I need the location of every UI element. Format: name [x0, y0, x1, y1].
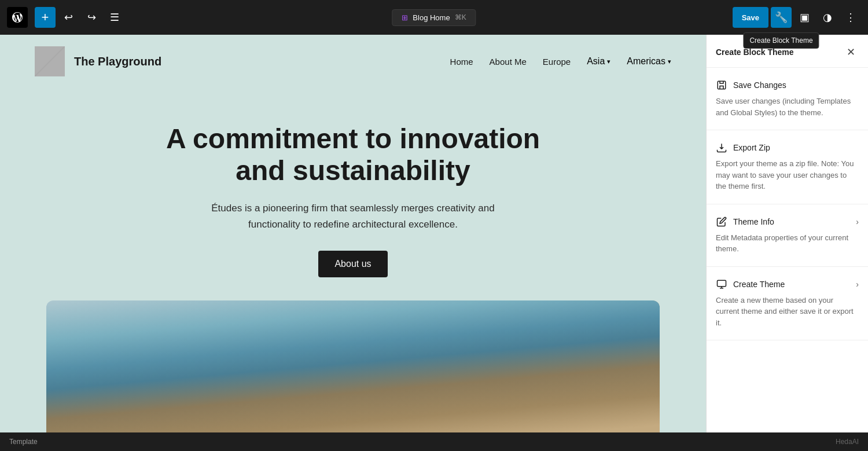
- undo-button[interactable]: ↩: [58, 7, 79, 28]
- wrench-button[interactable]: 🔧: [771, 7, 792, 28]
- create-theme-button[interactable]: Create Theme ›: [716, 278, 859, 290]
- wrench-tooltip-container: 🔧 Create Block Theme: [771, 7, 792, 28]
- export-zip-section: Export Zip Export your theme as a zip fi…: [707, 130, 868, 204]
- svg-rect-0: [718, 81, 726, 89]
- nav-home[interactable]: Home: [450, 57, 473, 67]
- undo-icon: ↩: [64, 11, 73, 24]
- bottom-bar-brand: HedaAI: [836, 438, 859, 446]
- save-changes-button[interactable]: Save Changes: [716, 79, 859, 91]
- create-theme-chevron: ›: [856, 280, 859, 289]
- right-panel: Create Block Theme ✕ Save Changes Save u…: [706, 35, 868, 432]
- redo-button[interactable]: ↪: [81, 7, 102, 28]
- building-image: [46, 300, 660, 432]
- export-zip-button[interactable]: Export Zip: [716, 142, 859, 153]
- site-nav: Home About Me Europe Asia Americas: [450, 56, 671, 67]
- redo-icon: ↪: [87, 11, 96, 24]
- bottom-bar-template: Template: [9, 438, 38, 446]
- theme-info-chevron: ›: [856, 217, 859, 226]
- export-zip-label: Export Zip: [733, 143, 770, 152]
- export-icon: [716, 142, 727, 153]
- center-nav: ⊞ Blog Home ⌘K: [392, 9, 476, 26]
- main-area: The Playground Home About Me Europe Asia…: [0, 35, 868, 432]
- nav-americas[interactable]: Americas: [627, 56, 671, 67]
- more-icon: ⋮: [845, 11, 856, 24]
- site-title: The Playground: [74, 55, 161, 68]
- theme-info-section: Theme Info › Edit Metadata properties of…: [707, 204, 868, 267]
- building-image-inner: [46, 300, 660, 432]
- contrast-icon: ◑: [823, 11, 832, 24]
- sidebar-toggle-button[interactable]: ▣: [794, 7, 815, 28]
- save-button[interactable]: Save: [733, 7, 768, 28]
- theme-info-button[interactable]: Theme Info ›: [716, 216, 859, 228]
- panel-close-button[interactable]: ✕: [843, 44, 859, 60]
- hero-heading: A commitment to innovation and sustainab…: [150, 123, 556, 186]
- site-logo-area: The Playground: [35, 46, 161, 76]
- hero-section: A commitment to innovation and sustainab…: [0, 88, 706, 300]
- hero-description: Études is a pioneering firm that seamles…: [185, 200, 521, 232]
- grid-icon: ⊞: [402, 13, 408, 22]
- blog-home-button[interactable]: ⊞ Blog Home ⌘K: [392, 9, 476, 26]
- nav-europe[interactable]: Europe: [543, 57, 571, 67]
- save-changes-section: Save Changes Save user changes (includin…: [707, 68, 868, 130]
- save-icon: [716, 79, 727, 91]
- save-changes-description: Save user changes (including Templates a…: [716, 96, 859, 118]
- create-theme-description: Create a new theme based on your current…: [716, 295, 859, 329]
- wp-logo[interactable]: [7, 7, 28, 28]
- list-view-button[interactable]: ☰: [104, 7, 125, 28]
- nav-about-me[interactable]: About Me: [490, 57, 527, 67]
- more-options-button[interactable]: ⋮: [840, 7, 861, 28]
- sidebar-icon: ▣: [800, 11, 810, 24]
- save-changes-label: Save Changes: [733, 80, 786, 90]
- about-us-button[interactable]: About us: [318, 251, 387, 277]
- site-logo: [35, 46, 65, 76]
- panel-title: Create Block Theme: [716, 47, 794, 57]
- nav-asia[interactable]: Asia: [587, 56, 610, 67]
- toolbar-right: Save 🔧 Create Block Theme ▣ ◑ ⋮: [733, 7, 861, 28]
- theme-info-description: Edit Metadata properties of your current…: [716, 232, 859, 255]
- add-button[interactable]: +: [35, 7, 56, 28]
- theme-info-label: Theme Info: [733, 217, 774, 226]
- wrench-icon: 🔧: [775, 11, 788, 24]
- contrast-button[interactable]: ◑: [817, 7, 838, 28]
- close-icon: ✕: [847, 46, 855, 58]
- create-theme-label: Create Theme: [733, 280, 785, 289]
- list-icon: ☰: [110, 11, 119, 24]
- canvas: The Playground Home About Me Europe Asia…: [0, 35, 706, 432]
- export-zip-description: Export your theme as a zip file. Note: Y…: [716, 158, 859, 192]
- site-header: The Playground Home About Me Europe Asia…: [0, 35, 706, 88]
- create-theme-section: Create Theme › Create a new theme based …: [707, 267, 868, 341]
- svg-rect-1: [718, 280, 726, 287]
- wrench-tooltip: Create Block Theme: [743, 32, 819, 49]
- toolbar: + ↩ ↪ ☰ ⊞ Blog Home ⌘K Save 🔧 Create Blo…: [0, 0, 868, 35]
- create-icon: [716, 278, 727, 290]
- bottom-bar: Template HedaAI: [0, 432, 868, 451]
- pencil-icon: [716, 216, 727, 228]
